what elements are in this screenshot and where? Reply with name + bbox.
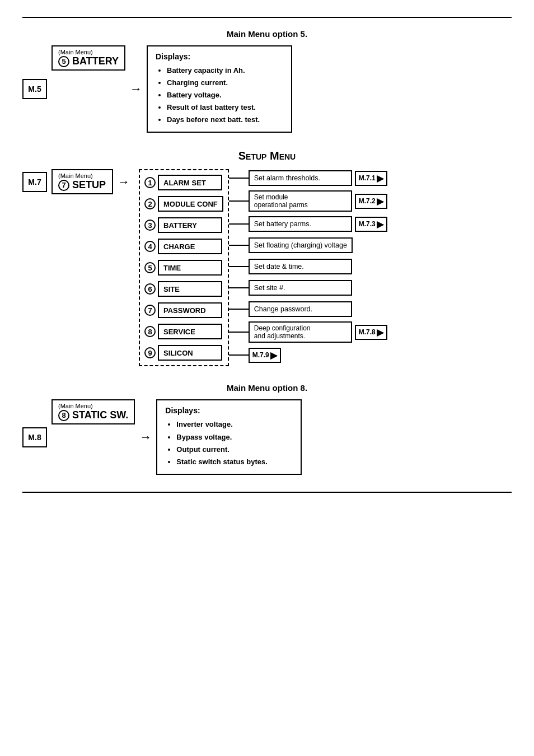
- section-m5: Main Menu option 5. M.5 (Main Menu) 5 BA…: [22, 29, 512, 133]
- m8-big-label: 8 STATIC SW.: [58, 409, 128, 421]
- list-item: Days before next batt. test.: [167, 114, 283, 126]
- si-num-2: 2: [144, 198, 156, 209]
- rd-desc-3: Set battery parms.: [249, 216, 352, 232]
- rd-hline-4: [229, 245, 249, 246]
- m5-big-label: 5 BATTERY: [58, 55, 119, 67]
- si-row-3: 3 BATTERY: [144, 216, 223, 234]
- m5-small-label: (Main Menu): [58, 49, 119, 55]
- m8-displays-label: Displays:: [165, 406, 293, 415]
- rd-arrow-1: ▶: [377, 173, 383, 184]
- m8-small-label: (Main Menu): [58, 403, 128, 409]
- rd-badge-8: M.7.8▶: [355, 325, 387, 340]
- m7-full-row: M.7 (Main Menu) 7 SETUP 1 ALARM SET: [22, 169, 512, 366]
- rd-desc-1: Set alarm thresholds.: [249, 170, 352, 186]
- section-m8: Main Menu option 8. M.8 (Main Menu) 8 ST…: [22, 383, 512, 474]
- si-num-7: 7: [144, 305, 156, 316]
- si-label-7: PASSWORD: [158, 302, 222, 318]
- list-item: Inverter voltage.: [176, 418, 293, 431]
- rd-desc-4: Set floating (charging) voltage: [249, 237, 353, 253]
- rd-row-4: Set floating (charging) voltage: [229, 236, 387, 254]
- m8-menu-row: M.8 (Main Menu) 8 STATIC SW. Displays: I…: [22, 399, 512, 474]
- list-item: Battery capacity in Ah.: [167, 64, 283, 77]
- section-m7: SETUP Menu M.7 (Main Menu) 7 SETUP 1 ALA…: [22, 150, 512, 366]
- rd-badge-3: M.7.3▶: [355, 217, 387, 232]
- list-item: Static switch status bytes.: [176, 456, 293, 468]
- rd-hline-9: [229, 354, 249, 356]
- list-item: Result of last battery test.: [167, 101, 283, 114]
- rd-row-9: M.7.9▶: [229, 346, 387, 364]
- rd-desc-6: Set site #.: [249, 280, 352, 296]
- si-num-5: 5: [144, 262, 156, 273]
- m7-big-label: 7 SETUP: [58, 179, 106, 191]
- m5-arrow: [130, 82, 142, 96]
- si-num-1: 1: [144, 177, 156, 188]
- si-label-2: MODULE CONF: [158, 196, 223, 212]
- rd-row-2: Set moduleoperational parms M.7.2▶: [229, 190, 387, 212]
- rd-badge-2: M.7.2▶: [355, 194, 387, 209]
- si-row-6: 6 SITE: [144, 280, 223, 298]
- si-label-9: SILICON: [158, 345, 222, 361]
- rd-hline-6: [229, 287, 249, 288]
- m5-list: Battery capacity in Ah. Charging current…: [156, 64, 283, 126]
- rd-desc-2: Set moduleoperational parms: [249, 190, 352, 212]
- si-row-8: 8 SERVICE: [144, 323, 223, 340]
- m5-label-box: (Main Menu) 5 BATTERY: [51, 45, 125, 71]
- si-row-5: 5 TIME: [144, 259, 223, 277]
- si-num-8: 8: [144, 326, 156, 337]
- rd-hline-7: [229, 309, 249, 310]
- m8-circle-num: 8: [58, 410, 69, 421]
- list-item: Bypass voltage.: [176, 431, 293, 444]
- rd-row-3: Set battery parms. M.7.3▶: [229, 215, 387, 233]
- setup-title-text: SETUP Menu: [238, 150, 296, 162]
- si-row-9: 9 SILICON: [144, 344, 223, 362]
- rd-hline-3: [229, 223, 249, 225]
- si-row-1: 1 ALARM SET: [144, 174, 223, 192]
- m8-list: Inverter voltage. Bypass voltage. Output…: [165, 418, 293, 468]
- m7-left: M.7 (Main Menu) 7 SETUP: [22, 169, 134, 194]
- m8-menu-label: STATIC SW.: [72, 409, 128, 421]
- si-row-2: 2 MODULE CONF: [144, 195, 223, 213]
- si-row-4: 4 CHARGE: [144, 237, 223, 255]
- si-row-7: 7 PASSWORD: [144, 301, 223, 319]
- rd-row-6: Set site #.: [229, 279, 387, 297]
- m7-setup-area: 1 ALARM SET 2 MODULE CONF 3 BATTERY 4 CH…: [139, 169, 387, 366]
- rd-badge-9: M.7.9▶: [249, 348, 281, 363]
- m7-arrow: [118, 175, 130, 189]
- si-label-4: CHARGE: [158, 239, 222, 254]
- list-item: Output current.: [176, 444, 293, 456]
- bottom-divider: [22, 492, 512, 493]
- rd-hline-5: [229, 266, 249, 267]
- si-num-6: 6: [144, 283, 156, 295]
- rd-hline-1: [229, 178, 249, 179]
- si-num-4: 4: [144, 241, 156, 252]
- rd-row-7: Change password.: [229, 300, 387, 318]
- m5-menu-row: M.5 (Main Menu) 5 BATTERY Displays: Batt…: [22, 45, 512, 133]
- right-descs: Set alarm thresholds. M.7.1▶ Set moduleo…: [229, 169, 387, 364]
- m5-badge: M.5: [22, 79, 47, 99]
- m8-label-box: (Main Menu) 8 STATIC SW.: [51, 399, 135, 424]
- m5-displays-label: Displays:: [156, 52, 283, 61]
- rd-arrow-9: ▶: [270, 350, 277, 361]
- section-m5-title: Main Menu option 5.: [22, 29, 512, 39]
- si-label-1: ALARM SET: [158, 175, 222, 190]
- list-item: Battery voltage.: [167, 89, 283, 101]
- m8-badge: M.8: [22, 427, 47, 447]
- m5-circle-num: 5: [58, 56, 69, 67]
- rd-hline-2: [229, 200, 249, 202]
- m5-menu-label: BATTERY: [72, 55, 119, 67]
- m8-arrow: [139, 430, 152, 445]
- rd-arrow-8: ▶: [377, 327, 383, 338]
- si-num-9: 9: [144, 347, 156, 358]
- m8-info-box: Displays: Inverter voltage. Bypass volta…: [156, 399, 302, 474]
- m7-badge: M.7: [22, 172, 47, 192]
- si-label-5: TIME: [158, 260, 222, 276]
- section-m8-title: Main Menu option 8.: [22, 383, 512, 393]
- si-label-6: SITE: [158, 281, 222, 297]
- si-num-3: 3: [144, 220, 156, 231]
- rd-hline-8: [229, 332, 249, 333]
- rd-arrow-3: ▶: [377, 219, 383, 230]
- si-label-3: BATTERY: [158, 217, 222, 233]
- rd-desc-8: Deep configurationand adjustments.: [249, 321, 352, 343]
- m5-info-box: Displays: Battery capacity in Ah. Chargi…: [147, 45, 292, 133]
- rd-row-5: Set date & time.: [229, 258, 387, 276]
